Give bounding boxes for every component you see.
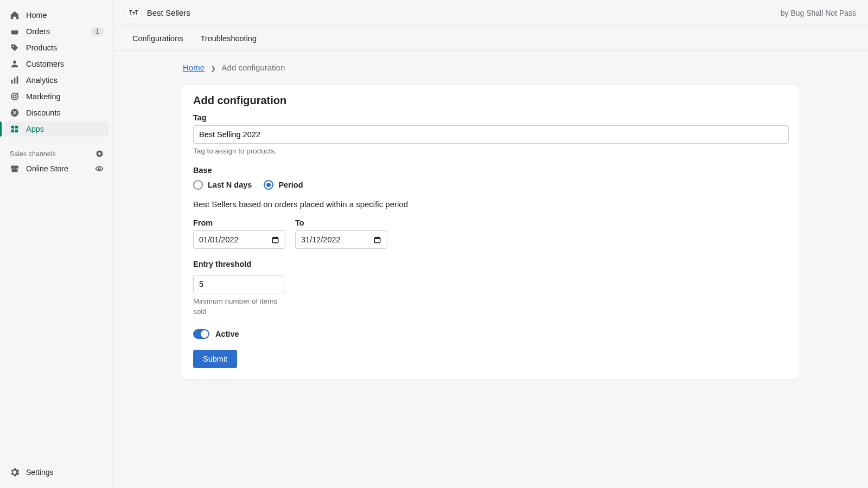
to-date-input[interactable]: 31/12/2022 <box>295 230 387 249</box>
svg-rect-22 <box>276 236 277 238</box>
apps-icon <box>10 124 20 134</box>
svg-rect-21 <box>274 236 275 238</box>
nav-label: Customers <box>26 60 64 68</box>
radio-label: Period <box>278 181 303 189</box>
svg-rect-4 <box>11 80 13 84</box>
radio-last-n-days[interactable]: Last N days <box>193 180 252 190</box>
nav-item-customers[interactable]: Customers <box>4 56 109 72</box>
orders-badge: 1 <box>91 27 104 36</box>
settings-label: Settings <box>26 468 54 477</box>
base-label: Base <box>193 166 789 175</box>
nav-item-orders[interactable]: Orders 1 <box>4 24 109 39</box>
home-icon <box>10 10 20 20</box>
svg-rect-12 <box>11 126 14 129</box>
svg-point-2 <box>12 46 14 47</box>
content: Home ❯ Add configuration Add configurati… <box>114 51 868 391</box>
analytics-icon <box>10 75 20 85</box>
submit-button[interactable]: Submit <box>193 350 237 368</box>
active-toggle[interactable] <box>193 329 209 339</box>
svg-rect-1 <box>11 29 18 31</box>
svg-rect-25 <box>376 236 377 238</box>
main: ТᴛТ Best Sellers by Bug Shall Not Pass C… <box>114 0 868 488</box>
svg-rect-26 <box>378 236 379 238</box>
tag-input[interactable] <box>193 125 789 144</box>
radio-icon <box>264 180 273 190</box>
breadcrumb-home[interactable]: Home <box>183 63 205 72</box>
svg-rect-24 <box>374 237 380 239</box>
app-badge-icon: ТᴛТ <box>126 8 142 17</box>
store-icon <box>10 164 20 174</box>
svg-rect-15 <box>15 130 18 132</box>
nav-list: Home Orders 1 Products Customers Analy <box>0 8 113 138</box>
nav-item-settings[interactable]: Settings <box>0 462 113 488</box>
radio-period[interactable]: Period <box>264 180 303 190</box>
tag-label: Tag <box>193 113 789 122</box>
nav-label: Home <box>26 11 47 20</box>
nav-item-analytics[interactable]: Analytics <box>4 73 109 88</box>
orders-icon <box>10 27 20 36</box>
nav-item-home[interactable]: Home <box>4 8 109 23</box>
tag-help: Tag to assign to products. <box>193 147 789 155</box>
app-byline: by Bug Shall Not Pass <box>781 9 856 17</box>
from-date-input[interactable]: 01/01/2022 <box>193 230 285 249</box>
svg-point-18 <box>98 168 100 170</box>
nav-item-apps[interactable]: Apps <box>4 121 109 137</box>
svg-rect-5 <box>14 78 16 84</box>
channel-online-store[interactable]: Online Store <box>0 161 113 176</box>
svg-point-3 <box>13 61 16 64</box>
svg-rect-14 <box>11 130 14 132</box>
chevron-right-icon: ❯ <box>210 65 216 72</box>
breadcrumb-current: Add configuration <box>222 63 285 72</box>
eye-icon[interactable] <box>95 164 104 173</box>
to-date-value: 31/12/2022 <box>301 235 373 244</box>
nav-item-discounts[interactable]: Discounts <box>4 105 109 120</box>
plus-circle-icon[interactable] <box>95 150 104 158</box>
customers-icon <box>10 59 20 69</box>
marketing-icon <box>10 92 20 101</box>
topbar: ТᴛТ Best Sellers by Bug Shall Not Pass <box>114 0 868 26</box>
svg-rect-6 <box>17 76 18 84</box>
base-description: Best Sellers based on orders placed with… <box>193 200 789 209</box>
channel-label: Online Store <box>26 164 68 173</box>
threshold-input[interactable] <box>193 275 284 293</box>
page-title: Add configuration <box>193 94 789 107</box>
to-label: To <box>295 219 387 227</box>
active-label: Active <box>215 330 239 338</box>
gear-icon <box>10 467 20 477</box>
products-icon <box>10 43 20 53</box>
sales-channels-header: Sales channels <box>0 144 113 161</box>
nav-label: Analytics <box>26 76 58 85</box>
config-card: Add configuration Tag Tag to assign to p… <box>182 84 800 380</box>
discounts-icon <box>10 108 20 118</box>
sidebar: Home Orders 1 Products Customers Analy <box>0 0 114 488</box>
tab-configurations[interactable]: Configurations <box>131 28 184 49</box>
svg-point-8 <box>13 95 16 98</box>
threshold-help: Minimum number of items sold <box>193 297 284 317</box>
app-title: Best Sellers <box>147 8 190 17</box>
radio-icon <box>193 180 203 190</box>
from-label: From <box>193 219 285 227</box>
svg-rect-20 <box>272 237 278 239</box>
from-date-value: 01/01/2022 <box>199 235 271 244</box>
svg-point-11 <box>15 113 16 114</box>
svg-rect-13 <box>15 126 18 129</box>
sales-channels-label: Sales channels <box>10 150 56 158</box>
nav-label: Orders <box>26 27 50 36</box>
svg-rect-17 <box>12 169 18 172</box>
nav-label: Apps <box>26 125 44 133</box>
tabs: Configurations Troubleshooting <box>114 26 868 51</box>
nav-item-marketing[interactable]: Marketing <box>4 89 109 104</box>
nav-label: Marketing <box>26 92 61 101</box>
nav-item-products[interactable]: Products <box>4 40 109 55</box>
calendar-icon <box>271 236 279 244</box>
radio-label: Last N days <box>208 181 252 189</box>
nav-label: Products <box>26 43 57 52</box>
nav-label: Discounts <box>26 108 61 117</box>
svg-point-10 <box>13 111 14 112</box>
tab-troubleshooting[interactable]: Troubleshooting <box>200 28 258 49</box>
breadcrumb: Home ❯ Add configuration <box>182 63 800 72</box>
calendar-icon <box>373 236 381 244</box>
threshold-label: Entry threshold <box>193 260 284 268</box>
